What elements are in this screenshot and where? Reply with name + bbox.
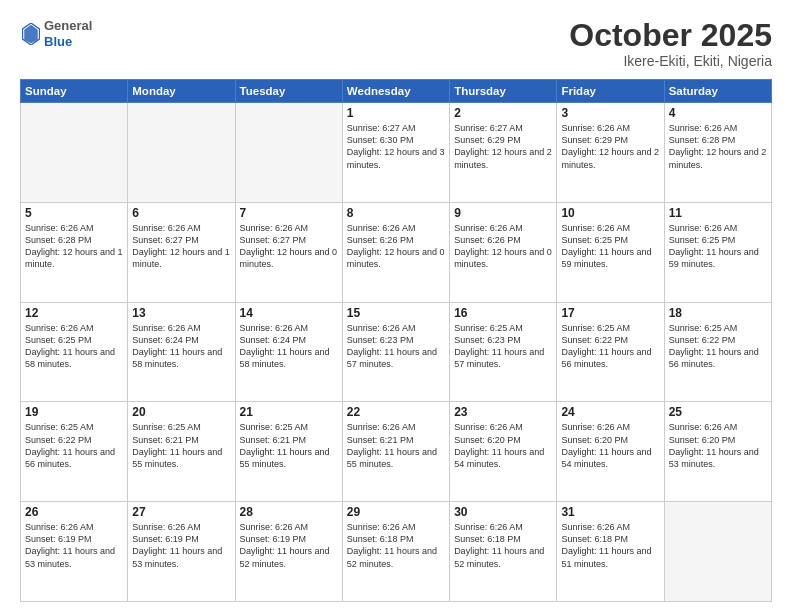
logo-area: General Blue bbox=[20, 18, 92, 49]
day-info: Sunrise: 6:26 AM Sunset: 6:24 PM Dayligh… bbox=[240, 322, 338, 371]
day-number: 1 bbox=[347, 106, 445, 120]
calendar-row: 12Sunrise: 6:26 AM Sunset: 6:25 PM Dayli… bbox=[21, 302, 772, 402]
day-number: 20 bbox=[132, 405, 230, 419]
day-info: Sunrise: 6:26 AM Sunset: 6:19 PM Dayligh… bbox=[240, 521, 338, 570]
day-number: 5 bbox=[25, 206, 123, 220]
calendar-row: 19Sunrise: 6:25 AM Sunset: 6:22 PM Dayli… bbox=[21, 402, 772, 502]
day-number: 17 bbox=[561, 306, 659, 320]
day-number: 6 bbox=[132, 206, 230, 220]
day-number: 18 bbox=[669, 306, 767, 320]
table-row: 29Sunrise: 6:26 AM Sunset: 6:18 PM Dayli… bbox=[342, 502, 449, 602]
location: Ikere-Ekiti, Ekiti, Nigeria bbox=[569, 53, 772, 69]
day-info: Sunrise: 6:27 AM Sunset: 6:29 PM Dayligh… bbox=[454, 122, 552, 171]
table-row: 12Sunrise: 6:26 AM Sunset: 6:25 PM Dayli… bbox=[21, 302, 128, 402]
table-row: 9Sunrise: 6:26 AM Sunset: 6:26 PM Daylig… bbox=[450, 202, 557, 302]
table-row: 28Sunrise: 6:26 AM Sunset: 6:19 PM Dayli… bbox=[235, 502, 342, 602]
svg-marker-0 bbox=[24, 24, 38, 43]
table-row: 10Sunrise: 6:26 AM Sunset: 6:25 PM Dayli… bbox=[557, 202, 664, 302]
table-row: 5Sunrise: 6:26 AM Sunset: 6:28 PM Daylig… bbox=[21, 202, 128, 302]
calendar-row: 26Sunrise: 6:26 AM Sunset: 6:19 PM Dayli… bbox=[21, 502, 772, 602]
table-row bbox=[664, 502, 771, 602]
day-number: 3 bbox=[561, 106, 659, 120]
day-number: 22 bbox=[347, 405, 445, 419]
table-row: 6Sunrise: 6:26 AM Sunset: 6:27 PM Daylig… bbox=[128, 202, 235, 302]
day-number: 7 bbox=[240, 206, 338, 220]
day-info: Sunrise: 6:26 AM Sunset: 6:27 PM Dayligh… bbox=[240, 222, 338, 271]
day-info: Sunrise: 6:26 AM Sunset: 6:25 PM Dayligh… bbox=[25, 322, 123, 371]
table-row bbox=[21, 103, 128, 203]
logo-blue: Blue bbox=[44, 34, 92, 50]
table-row: 22Sunrise: 6:26 AM Sunset: 6:21 PM Dayli… bbox=[342, 402, 449, 502]
table-row: 3Sunrise: 6:26 AM Sunset: 6:29 PM Daylig… bbox=[557, 103, 664, 203]
day-info: Sunrise: 6:25 AM Sunset: 6:21 PM Dayligh… bbox=[240, 421, 338, 470]
day-number: 14 bbox=[240, 306, 338, 320]
logo-text: General Blue bbox=[44, 18, 92, 49]
table-row: 15Sunrise: 6:26 AM Sunset: 6:23 PM Dayli… bbox=[342, 302, 449, 402]
calendar-row: 1Sunrise: 6:27 AM Sunset: 6:30 PM Daylig… bbox=[21, 103, 772, 203]
day-info: Sunrise: 6:26 AM Sunset: 6:25 PM Dayligh… bbox=[669, 222, 767, 271]
weekday-header-row: Sunday Monday Tuesday Wednesday Thursday… bbox=[21, 80, 772, 103]
table-row bbox=[128, 103, 235, 203]
table-row: 21Sunrise: 6:25 AM Sunset: 6:21 PM Dayli… bbox=[235, 402, 342, 502]
day-info: Sunrise: 6:26 AM Sunset: 6:28 PM Dayligh… bbox=[669, 122, 767, 171]
day-number: 16 bbox=[454, 306, 552, 320]
header-wednesday: Wednesday bbox=[342, 80, 449, 103]
day-info: Sunrise: 6:25 AM Sunset: 6:22 PM Dayligh… bbox=[561, 322, 659, 371]
day-number: 23 bbox=[454, 405, 552, 419]
header-thursday: Thursday bbox=[450, 80, 557, 103]
title-area: October 2025 Ikere-Ekiti, Ekiti, Nigeria bbox=[569, 18, 772, 69]
day-info: Sunrise: 6:26 AM Sunset: 6:20 PM Dayligh… bbox=[454, 421, 552, 470]
day-number: 15 bbox=[347, 306, 445, 320]
day-number: 28 bbox=[240, 505, 338, 519]
table-row: 24Sunrise: 6:26 AM Sunset: 6:20 PM Dayli… bbox=[557, 402, 664, 502]
table-row: 26Sunrise: 6:26 AM Sunset: 6:19 PM Dayli… bbox=[21, 502, 128, 602]
day-info: Sunrise: 6:26 AM Sunset: 6:26 PM Dayligh… bbox=[454, 222, 552, 271]
day-info: Sunrise: 6:26 AM Sunset: 6:20 PM Dayligh… bbox=[561, 421, 659, 470]
day-info: Sunrise: 6:27 AM Sunset: 6:30 PM Dayligh… bbox=[347, 122, 445, 171]
day-number: 29 bbox=[347, 505, 445, 519]
day-info: Sunrise: 6:26 AM Sunset: 6:18 PM Dayligh… bbox=[347, 521, 445, 570]
day-info: Sunrise: 6:26 AM Sunset: 6:18 PM Dayligh… bbox=[454, 521, 552, 570]
day-number: 24 bbox=[561, 405, 659, 419]
table-row: 7Sunrise: 6:26 AM Sunset: 6:27 PM Daylig… bbox=[235, 202, 342, 302]
table-row: 30Sunrise: 6:26 AM Sunset: 6:18 PM Dayli… bbox=[450, 502, 557, 602]
day-info: Sunrise: 6:25 AM Sunset: 6:22 PM Dayligh… bbox=[669, 322, 767, 371]
day-number: 10 bbox=[561, 206, 659, 220]
day-number: 13 bbox=[132, 306, 230, 320]
table-row: 23Sunrise: 6:26 AM Sunset: 6:20 PM Dayli… bbox=[450, 402, 557, 502]
table-row: 11Sunrise: 6:26 AM Sunset: 6:25 PM Dayli… bbox=[664, 202, 771, 302]
day-number: 8 bbox=[347, 206, 445, 220]
table-row: 18Sunrise: 6:25 AM Sunset: 6:22 PM Dayli… bbox=[664, 302, 771, 402]
day-info: Sunrise: 6:25 AM Sunset: 6:23 PM Dayligh… bbox=[454, 322, 552, 371]
page: General Blue October 2025 Ikere-Ekiti, E… bbox=[0, 0, 792, 612]
table-row: 4Sunrise: 6:26 AM Sunset: 6:28 PM Daylig… bbox=[664, 103, 771, 203]
day-info: Sunrise: 6:25 AM Sunset: 6:22 PM Dayligh… bbox=[25, 421, 123, 470]
day-info: Sunrise: 6:26 AM Sunset: 6:18 PM Dayligh… bbox=[561, 521, 659, 570]
day-number: 31 bbox=[561, 505, 659, 519]
day-info: Sunrise: 6:26 AM Sunset: 6:25 PM Dayligh… bbox=[561, 222, 659, 271]
calendar-table: Sunday Monday Tuesday Wednesday Thursday… bbox=[20, 79, 772, 602]
day-number: 12 bbox=[25, 306, 123, 320]
day-number: 2 bbox=[454, 106, 552, 120]
table-row: 1Sunrise: 6:27 AM Sunset: 6:30 PM Daylig… bbox=[342, 103, 449, 203]
day-info: Sunrise: 6:26 AM Sunset: 6:28 PM Dayligh… bbox=[25, 222, 123, 271]
day-number: 30 bbox=[454, 505, 552, 519]
day-number: 27 bbox=[132, 505, 230, 519]
table-row: 31Sunrise: 6:26 AM Sunset: 6:18 PM Dayli… bbox=[557, 502, 664, 602]
day-number: 11 bbox=[669, 206, 767, 220]
header-friday: Friday bbox=[557, 80, 664, 103]
header-saturday: Saturday bbox=[664, 80, 771, 103]
day-info: Sunrise: 6:26 AM Sunset: 6:21 PM Dayligh… bbox=[347, 421, 445, 470]
header-monday: Monday bbox=[128, 80, 235, 103]
table-row: 27Sunrise: 6:26 AM Sunset: 6:19 PM Dayli… bbox=[128, 502, 235, 602]
table-row: 19Sunrise: 6:25 AM Sunset: 6:22 PM Dayli… bbox=[21, 402, 128, 502]
day-info: Sunrise: 6:26 AM Sunset: 6:29 PM Dayligh… bbox=[561, 122, 659, 171]
table-row: 25Sunrise: 6:26 AM Sunset: 6:20 PM Dayli… bbox=[664, 402, 771, 502]
day-number: 25 bbox=[669, 405, 767, 419]
header-sunday: Sunday bbox=[21, 80, 128, 103]
table-row: 13Sunrise: 6:26 AM Sunset: 6:24 PM Dayli… bbox=[128, 302, 235, 402]
header-tuesday: Tuesday bbox=[235, 80, 342, 103]
table-row: 16Sunrise: 6:25 AM Sunset: 6:23 PM Dayli… bbox=[450, 302, 557, 402]
day-info: Sunrise: 6:26 AM Sunset: 6:20 PM Dayligh… bbox=[669, 421, 767, 470]
day-info: Sunrise: 6:26 AM Sunset: 6:24 PM Dayligh… bbox=[132, 322, 230, 371]
